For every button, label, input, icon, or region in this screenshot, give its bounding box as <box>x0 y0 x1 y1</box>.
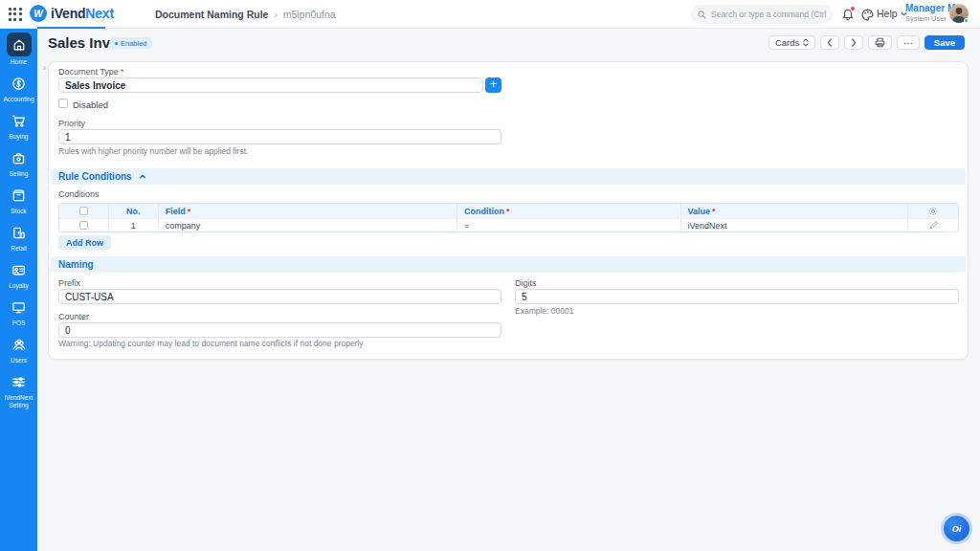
users-icon <box>7 334 32 355</box>
sidebar-item-retail[interactable]: Retail <box>0 222 37 253</box>
user-menu[interactable]: Manager M System User <box>905 3 946 23</box>
printer-icon <box>875 37 885 48</box>
ai-assistant-button[interactable]: Oi <box>944 516 969 541</box>
rule-conditions-section-header[interactable]: Rule Conditions <box>51 168 966 185</box>
digits-help-text: Example: 00001 <box>515 306 573 316</box>
disabled-checkbox-label: Disabled <box>73 99 108 110</box>
status-dot-icon <box>115 42 118 45</box>
app-logo[interactable]: W iVendNext <box>30 5 114 22</box>
row-condition-cell[interactable]: = <box>457 218 680 231</box>
sidebar-collapse-chevron-icon[interactable]: › <box>43 63 46 73</box>
sidebar-item-home[interactable]: Home <box>0 33 37 66</box>
global-search-bar[interactable] <box>691 5 833 24</box>
row-edit-button[interactable] <box>908 218 958 231</box>
accounting-icon <box>7 73 32 94</box>
conditions-table: No. Field* Condition* Value* 1 company =… <box>58 203 959 232</box>
help-menu[interactable]: Help <box>877 8 907 19</box>
counter-warning-text: Warning: Updating counter may lead to do… <box>58 339 364 348</box>
priority-input[interactable] <box>58 129 501 144</box>
sidebar-item-label: POS <box>11 320 27 327</box>
chevron-right-icon <box>851 38 857 47</box>
sidebar-item-stock[interactable]: Stock <box>0 185 37 215</box>
counter-input[interactable] <box>58 322 501 338</box>
prev-record-button[interactable] <box>820 35 839 50</box>
sidebar-item-label: Home <box>10 58 28 66</box>
disabled-checkbox[interactable] <box>58 99 68 108</box>
column-header-value: Value* <box>681 204 908 218</box>
add-document-type-button[interactable]: + <box>485 77 501 93</box>
user-name: Manager M <box>905 3 946 14</box>
table-settings-button[interactable] <box>908 204 958 218</box>
sidebar-item-label: Selling <box>9 170 30 178</box>
sidebar-item-label: Buying <box>9 133 30 141</box>
row-select-checkbox[interactable] <box>79 221 88 230</box>
notifications-button[interactable] <box>840 7 856 22</box>
sidebar-item-users[interactable]: Users <box>0 334 37 364</box>
sidebar-item-buying[interactable]: Buying <box>0 110 37 141</box>
sidebar-item-accounting[interactable]: Accounting <box>0 73 37 103</box>
row-field-cell[interactable]: company <box>159 218 457 231</box>
priority-help-text: Rules with higher priority number will b… <box>58 146 248 156</box>
more-options-button[interactable]: ··· <box>897 35 920 50</box>
sliders-icon <box>7 371 32 392</box>
next-record-button[interactable] <box>844 35 863 50</box>
conditions-table-header: No. Field* Condition* Value* <box>59 204 958 218</box>
status-badge-label: Enabled <box>121 39 147 48</box>
cart-icon <box>7 110 32 131</box>
sidebar-item-label: Retail <box>10 245 28 253</box>
conditions-label: Conditions <box>58 189 100 199</box>
palette-icon <box>861 9 874 21</box>
ellipsis-icon: ··· <box>903 37 913 48</box>
monitor-icon <box>7 297 32 318</box>
chevron-left-icon <box>827 38 833 47</box>
breadcrumb-docname[interactable]: m5ipn0ufna <box>283 9 336 20</box>
top-navbar: W iVendNext Document Naming Rule › m5ipn… <box>0 0 980 29</box>
gear-icon <box>928 207 938 216</box>
sidebar-item-selling[interactable]: Selling <box>0 147 37 178</box>
store-icon <box>7 222 32 243</box>
apps-grid-icon[interactable] <box>9 8 22 21</box>
loyalty-card-icon <box>7 259 32 280</box>
search-icon <box>698 11 706 19</box>
cards-dropdown-button[interactable]: Cards <box>768 35 815 50</box>
prefix-label: Prefix <box>58 278 80 288</box>
box-icon <box>7 185 32 206</box>
home-icon <box>7 33 32 56</box>
sidebar-item-label: Users <box>10 357 28 364</box>
digits-label: Digits <box>515 278 537 288</box>
save-button[interactable]: Save <box>924 35 965 50</box>
sidebar-item-ivendnext-setting[interactable]: iVendNext Setting <box>0 371 37 409</box>
column-header-field: Field* <box>159 204 457 218</box>
status-badge: Enabled <box>109 37 153 49</box>
digits-input[interactable] <box>515 289 959 304</box>
naming-section-header[interactable]: Naming <box>51 256 966 273</box>
breadcrumb-separator: › <box>274 10 277 20</box>
document-type-label: Document Type* <box>58 67 123 77</box>
sidebar-item-loyalty[interactable]: Loyalty <box>0 259 37 290</box>
breadcrumb-doctype[interactable]: Document Naming Rule <box>155 9 268 20</box>
sidebar-item-label: Stock <box>10 208 27 215</box>
logo-text: iVendNext <box>51 6 114 21</box>
add-row-button[interactable]: Add Row <box>58 235 111 250</box>
pencil-icon <box>929 221 938 230</box>
priority-label: Priority <box>58 119 85 128</box>
sidebar-item-label: Accounting <box>2 96 34 103</box>
chevron-up-icon <box>139 174 146 179</box>
sidebar-item-pos[interactable]: POS <box>0 297 37 327</box>
breadcrumb: Document Naming Rule › m5ipn0ufna <box>155 9 336 20</box>
sidebar-item-label: iVendNext Setting <box>0 394 37 409</box>
select-all-checkbox[interactable] <box>79 207 88 215</box>
row-number-cell: 1 <box>109 218 159 231</box>
sidebar-item-label: Loyalty <box>8 282 30 290</box>
theme-palette-button[interactable] <box>859 7 875 22</box>
search-input[interactable] <box>711 10 826 19</box>
prefix-input[interactable] <box>58 289 501 304</box>
document-type-input[interactable] <box>58 77 483 93</box>
conditions-table-row[interactable]: 1 company = iVendNext <box>59 218 958 231</box>
help-label: Help <box>877 8 898 19</box>
page-toolbar: Cards ··· Save <box>768 35 965 50</box>
print-button[interactable] <box>868 35 892 50</box>
counter-label: Counter <box>58 312 89 321</box>
row-value-cell[interactable]: iVendNext <box>681 218 908 231</box>
column-header-no: No. <box>109 204 159 218</box>
